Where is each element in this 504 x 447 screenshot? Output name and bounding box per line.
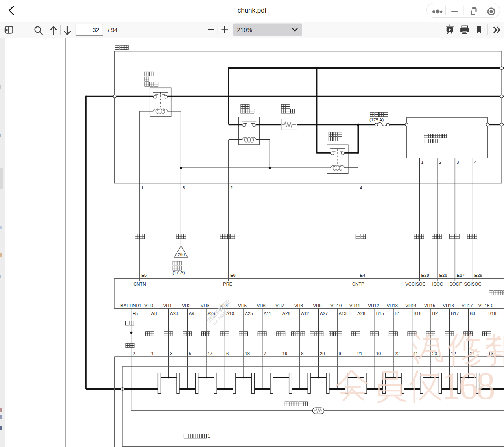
svg-text:A12: A12 (301, 311, 309, 316)
svg-text:VH14: VH14 (405, 303, 416, 308)
svg-text:VH9: VH9 (313, 303, 322, 308)
svg-text:VH17: VH17 (462, 303, 473, 308)
svg-text:VH12: VH12 (368, 303, 379, 308)
svg-text:1: 1 (208, 434, 210, 438)
svg-text:VH8: VH8 (294, 303, 303, 308)
svg-text:8: 8 (301, 351, 303, 356)
svg-text:ISOC: ISOC (432, 282, 443, 286)
svg-text:3: 3 (183, 185, 185, 190)
svg-text:1: 1 (421, 160, 423, 165)
svg-text:CNTN: CNTN (133, 282, 146, 286)
svg-text:A13: A13 (339, 311, 347, 316)
svg-text:4: 4 (360, 185, 362, 190)
svg-text:3: 3 (456, 160, 459, 165)
svg-text:20: 20 (320, 351, 325, 356)
svg-text:23: 23 (432, 351, 438, 356)
svg-text:6: 6 (226, 351, 229, 356)
svg-text:ISOCF: ISOCF (448, 282, 462, 286)
svg-text:VH13: VH13 (387, 303, 398, 308)
svg-text:VH0: VH0 (144, 303, 153, 308)
svg-text:VH16: VH16 (443, 303, 454, 308)
svg-text:VH11: VH11 (349, 303, 360, 308)
svg-text:17: 17 (207, 351, 212, 356)
svg-text:CNTP: CNTP (352, 282, 364, 286)
svg-text:3: 3 (170, 351, 172, 356)
svg-text:E27: E27 (457, 273, 465, 278)
svg-text:E28: E28 (421, 273, 429, 278)
svg-text:12: 12 (451, 351, 456, 356)
svg-text:E26: E26 (439, 273, 447, 278)
svg-text:A23: A23 (170, 311, 178, 316)
svg-text:(17-A): (17-A) (172, 270, 185, 275)
svg-text:SGISOC: SGISOC (464, 282, 482, 286)
svg-text:19: 19 (282, 351, 288, 356)
svg-text:11: 11 (414, 351, 418, 356)
svg-text:A28: A28 (357, 311, 365, 316)
svg-text:VH3: VH3 (201, 303, 209, 308)
svg-text:B2: B2 (432, 311, 438, 316)
svg-text:B3: B3 (470, 311, 475, 316)
svg-text:A26: A26 (282, 311, 290, 316)
svg-text:E4: E4 (360, 273, 366, 278)
svg-text:VH1: VH1 (163, 303, 172, 308)
svg-text:A9: A9 (189, 311, 194, 316)
svg-text:260: 260 (178, 252, 185, 257)
svg-text:9: 9 (339, 351, 341, 356)
svg-text:210%: 210% (237, 26, 252, 33)
svg-text:E29: E29 (474, 273, 482, 278)
svg-text:32: 32 (92, 26, 99, 33)
svg-text:E5: E5 (141, 273, 147, 278)
svg-text:B17: B17 (451, 311, 459, 316)
svg-text:VH6: VH6 (257, 303, 266, 308)
svg-text:5: 5 (189, 351, 191, 356)
svg-text:A11: A11 (264, 311, 271, 316)
svg-text:PRE: PRE (223, 282, 233, 286)
svg-text:22: 22 (395, 351, 400, 356)
svg-text:2: 2 (133, 351, 135, 356)
svg-text:VH5: VH5 (238, 303, 247, 308)
svg-text:1: 1 (141, 185, 144, 190)
svg-text:2: 2 (439, 160, 441, 165)
svg-text:21: 21 (357, 351, 362, 356)
svg-text:F5: F5 (133, 311, 138, 316)
svg-text:18: 18 (245, 351, 250, 356)
svg-text:VH15: VH15 (424, 303, 435, 308)
svg-text:A27: A27 (320, 311, 328, 316)
svg-text:24: 24 (470, 351, 475, 356)
svg-text:/ 94: / 94 (108, 26, 118, 33)
svg-text:1: 1 (151, 351, 154, 356)
svg-text:BATTIND1: BATTIND1 (120, 303, 142, 308)
svg-text:B16: B16 (414, 311, 421, 316)
svg-text:VCCISOC: VCCISOC (405, 282, 425, 286)
svg-text:10: 10 (376, 351, 381, 356)
svg-text:E6: E6 (230, 273, 236, 278)
svg-text:VH18-0: VH18-0 (478, 303, 493, 308)
svg-text:A8: A8 (151, 311, 157, 316)
svg-text:B15: B15 (376, 311, 384, 316)
svg-text:VH10: VH10 (330, 303, 342, 308)
svg-text:VH2: VH2 (182, 303, 190, 308)
svg-text:13: 13 (488, 351, 493, 356)
svg-text:B1: B1 (395, 311, 400, 316)
svg-text:VH7: VH7 (275, 303, 284, 308)
svg-text:(175 A): (175 A) (369, 117, 384, 122)
svg-text:7: 7 (264, 351, 266, 356)
svg-text:4: 4 (474, 160, 476, 165)
svg-text:2: 2 (230, 185, 233, 190)
svg-text:A25: A25 (245, 311, 253, 316)
svg-text:B18: B18 (488, 311, 496, 316)
